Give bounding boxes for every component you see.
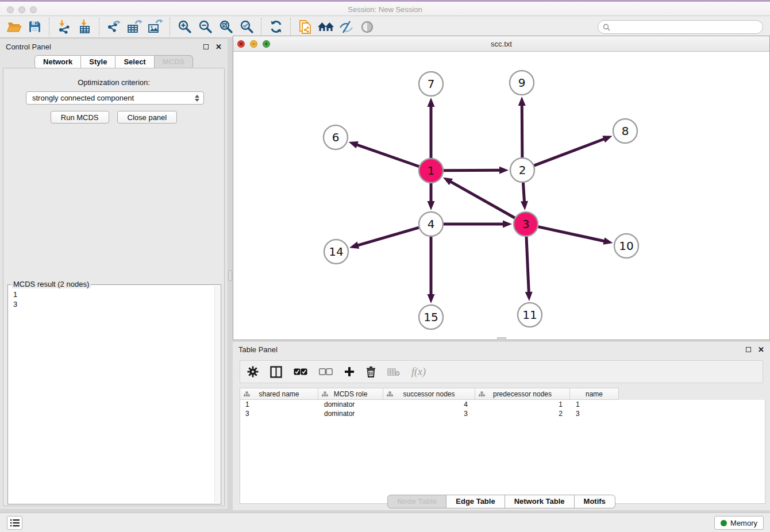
table-row-0[interactable]: 1dominator411 xyxy=(240,400,765,409)
export-network-icon[interactable] xyxy=(103,18,124,36)
graph-node-1[interactable]: 1 xyxy=(419,159,443,183)
graph-node-15[interactable]: 15 xyxy=(419,305,443,329)
graph-node-8[interactable]: 8 xyxy=(613,119,637,143)
deselect-all-checkboxes-icon[interactable] xyxy=(319,368,333,375)
graph-node-3[interactable]: 3 xyxy=(514,212,538,236)
tab-style[interactable]: Style xyxy=(81,55,116,69)
tab-edge-table[interactable]: Edge Table xyxy=(446,495,505,508)
panel-splitter-handle[interactable] xyxy=(228,270,232,281)
zoom-fit-icon[interactable] xyxy=(215,18,236,36)
graph-node-4[interactable]: 4 xyxy=(419,212,443,236)
table-cell[interactable]: 1 xyxy=(240,400,319,408)
criterion-select[interactable]: strongly connected component xyxy=(26,91,204,105)
graph-edge-3-10[interactable] xyxy=(538,227,613,245)
tab-mcds[interactable]: MCDS xyxy=(155,55,193,69)
function-builder-icon[interactable]: f(x) xyxy=(411,366,426,378)
table-cell[interactable]: 3 xyxy=(571,410,619,418)
table-cell[interactable]: 3 xyxy=(240,410,319,418)
graph-node-11[interactable]: 11 xyxy=(518,303,542,327)
table-cell[interactable]: dominator xyxy=(319,400,384,408)
close-panel-button[interactable]: Close panel xyxy=(117,111,178,124)
graph-edge-2-3[interactable] xyxy=(521,183,528,210)
network-graph[interactable]: 1234678910111415 xyxy=(233,52,769,340)
status-bar: Memory xyxy=(0,512,770,532)
column-header-predecessor-nodes[interactable]: predecessor nodes xyxy=(475,388,570,400)
network-minimize-icon[interactable]: − xyxy=(250,40,257,48)
result-line: 1 xyxy=(13,290,215,299)
zoom-out-icon[interactable] xyxy=(195,18,215,36)
graph-node-14[interactable]: 14 xyxy=(324,240,348,264)
result-scrollbar[interactable] xyxy=(214,286,220,503)
trash-icon[interactable] xyxy=(366,366,376,377)
search-field[interactable] xyxy=(598,20,763,34)
graph-node-label: 4 xyxy=(428,217,435,231)
gear-icon[interactable] xyxy=(247,366,259,377)
graph-edge-4-3[interactable] xyxy=(444,221,512,228)
graph-node-2[interactable]: 2 xyxy=(510,158,534,182)
add-column-icon[interactable] xyxy=(344,367,355,377)
table-cell[interactable]: 2 xyxy=(476,410,571,418)
network-maximize-icon[interactable]: + xyxy=(263,40,270,48)
save-icon[interactable] xyxy=(24,18,45,36)
tab-node-table[interactable]: Node Table xyxy=(387,495,446,508)
close-panel-icon[interactable]: ✕ xyxy=(215,43,222,51)
tab-select[interactable]: Select xyxy=(116,55,154,69)
graph-edge-2-8[interactable] xyxy=(534,136,613,165)
graph-edge-1-6[interactable] xyxy=(349,141,419,167)
network-resize-handle[interactable] xyxy=(497,337,506,340)
houses-icon[interactable] xyxy=(315,18,336,36)
memory-button[interactable]: Memory xyxy=(714,516,764,530)
column-header-mcds-role[interactable]: MCDS role xyxy=(318,388,383,400)
hide-eye-icon[interactable] xyxy=(336,18,357,36)
table-body: 1dominator4113dominator323 xyxy=(240,400,765,504)
table-cell[interactable]: 3 xyxy=(384,410,476,418)
tab-network[interactable]: Network xyxy=(34,55,81,69)
zoom-selected-icon[interactable] xyxy=(236,18,257,36)
close-panel-icon[interactable]: ✕ xyxy=(758,346,764,353)
tab-motifs[interactable]: Motifs xyxy=(575,495,615,508)
graph-edge-2-9[interactable] xyxy=(518,97,526,157)
graph-edge-4-14[interactable] xyxy=(349,228,419,249)
column-header-successor-nodes[interactable]: successor nodes xyxy=(383,388,475,400)
graph-edge-4-15[interactable] xyxy=(428,237,435,303)
select-all-checkboxes-icon[interactable] xyxy=(294,368,307,375)
graph-edge-3-1[interactable] xyxy=(443,178,515,218)
float-panel-icon[interactable] xyxy=(203,44,209,49)
import-table-icon[interactable] xyxy=(74,18,95,36)
task-history-button[interactable] xyxy=(7,516,22,530)
eye-icon[interactable] xyxy=(357,18,378,36)
search-input[interactable] xyxy=(610,23,763,31)
network-close-icon[interactable]: ✕ xyxy=(237,40,245,48)
graph-node-6[interactable]: 6 xyxy=(324,125,348,149)
zoom-in-icon[interactable] xyxy=(174,18,195,36)
graph-edge-1-4[interactable] xyxy=(428,183,435,210)
table-cell[interactable]: 1 xyxy=(476,400,571,408)
refresh-icon[interactable] xyxy=(265,18,286,36)
graph-node-7[interactable]: 7 xyxy=(419,72,443,96)
table-cell[interactable]: dominator xyxy=(319,410,384,418)
list-icon xyxy=(10,519,20,527)
network-view-panel: ✕ − + scc.txt 1234678910111415 xyxy=(233,36,770,340)
graph-node-9[interactable]: 9 xyxy=(510,71,534,95)
tab-network-table[interactable]: Network Table xyxy=(505,495,575,508)
network-view-titlebar[interactable]: ✕ − + scc.txt xyxy=(233,36,769,52)
graph-edge-1-2[interactable] xyxy=(444,167,509,174)
graph-edge-1-7[interactable] xyxy=(428,98,435,158)
columns-icon[interactable] xyxy=(270,366,282,378)
delete-table-icon[interactable] xyxy=(387,368,400,376)
open-folder-icon[interactable] xyxy=(3,18,24,36)
run-mcds-button[interactable]: Run MCDS xyxy=(51,111,109,124)
table-row-1[interactable]: 3dominator323 xyxy=(240,409,765,418)
graph-edge-3-11[interactable] xyxy=(525,237,533,301)
column-header-shared-name[interactable]: shared name xyxy=(240,388,318,400)
table-cell[interactable]: 1 xyxy=(571,400,619,408)
mcds-result-list[interactable]: 1 3 xyxy=(10,287,219,502)
import-network-icon[interactable] xyxy=(53,18,74,36)
copy-network-icon[interactable] xyxy=(295,18,315,36)
graph-node-10[interactable]: 10 xyxy=(614,234,638,258)
export-table-icon[interactable] xyxy=(124,18,145,36)
export-image-icon[interactable] xyxy=(145,18,165,36)
float-panel-icon[interactable] xyxy=(746,347,751,352)
table-cell[interactable]: 4 xyxy=(384,400,476,408)
column-header-name[interactable]: name xyxy=(570,388,619,400)
